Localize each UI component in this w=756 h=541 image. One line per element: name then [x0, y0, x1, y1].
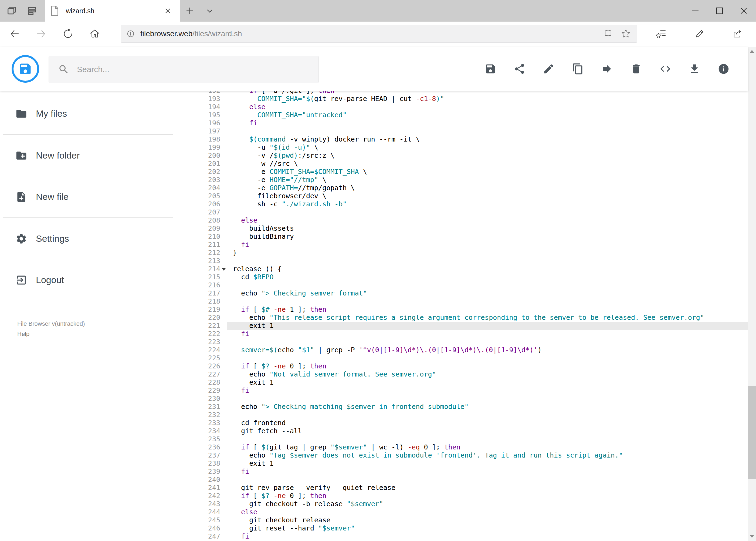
reading-view-button[interactable]	[601, 27, 615, 41]
share-button[interactable]	[730, 26, 745, 41]
code-line[interactable]: 244 else	[179, 508, 748, 516]
delete-button[interactable]	[630, 63, 642, 75]
code-line[interactable]: 205 filebrowser/dev \	[179, 192, 748, 200]
code-line[interactable]: 204 -e GOPATH=//tmp/gopath \	[179, 184, 748, 192]
code-line[interactable]: 241 git rev-parse --verify --quiet relea…	[179, 484, 748, 492]
code-editor[interactable]: 192 if [ -d /.git ]; then193 COMMIT_SHA=…	[179, 91, 748, 541]
code-line[interactable]: 222 fi	[179, 330, 748, 338]
forward-button[interactable]	[34, 26, 49, 41]
code-line[interactable]: 194 else	[179, 103, 748, 111]
code-line[interactable]: 198 $(command -v winpty) docker run --rm…	[179, 135, 748, 144]
edit-button[interactable]	[543, 63, 555, 75]
code-line[interactable]: 206 sh -c "./wizard.sh -b"	[179, 200, 748, 208]
page-scrollbar[interactable]	[748, 47, 756, 541]
scrollbar-thumb[interactable]	[748, 386, 756, 479]
web-note-button[interactable]	[692, 26, 707, 41]
code-line[interactable]: 210 buildBinary	[179, 233, 748, 241]
new-tab-button[interactable]	[183, 3, 196, 18]
code-line[interactable]: 214release () {	[179, 265, 748, 273]
search-input[interactable]	[76, 65, 313, 74]
code-line[interactable]: 192 if [ -d /.git ]; then	[179, 91, 748, 95]
sidebar-item-new-folder[interactable]: New folder	[0, 135, 179, 176]
code-line[interactable]: 243 git checkout -b release "$semver"	[179, 500, 748, 508]
code-line[interactable]: 219 if [ $# -ne 1 ]; then	[179, 305, 748, 313]
code-line[interactable]: 245 git checkout release	[179, 516, 748, 524]
code-line[interactable]: 207	[179, 208, 748, 216]
code-line[interactable]: 199 -u "$(id -u)" \	[179, 144, 748, 152]
code-line[interactable]: 193 COMMIT_SHA="$(git rev-parse HEAD | c…	[179, 95, 748, 103]
help-link[interactable]: Help	[17, 330, 85, 337]
code-line[interactable]: 203 -e HOME="//tmp" \	[179, 176, 748, 184]
search-bar[interactable]	[49, 56, 319, 83]
address-bar[interactable]: filebrowser.web/files/wizard.sh	[121, 25, 637, 43]
code-line[interactable]: 208 else	[179, 216, 748, 225]
code-line[interactable]: 234 git fetch --all	[179, 427, 748, 435]
code-line[interactable]: 246 git reset --hard "$semver"	[179, 524, 748, 532]
code-line[interactable]: 197	[179, 127, 748, 135]
sidebar-item-my-files[interactable]: My files	[0, 93, 179, 134]
code-line[interactable]: 202 -e COMMIT_SHA=$COMMIT_SHA \	[179, 168, 748, 176]
download-button[interactable]	[688, 63, 700, 75]
site-info-icon[interactable]	[126, 29, 135, 39]
code-line[interactable]: 238 exit 1	[179, 459, 748, 467]
share-file-button[interactable]	[514, 63, 526, 75]
save-button[interactable]	[484, 63, 496, 75]
tabs-set-aside-button[interactable]	[25, 3, 39, 18]
code-line[interactable]: 212}	[179, 249, 748, 257]
maximize-button[interactable]	[707, 0, 732, 22]
back-button[interactable]	[7, 26, 22, 41]
code-line[interactable]: 211 fi	[179, 241, 748, 249]
tab-preview-chevron[interactable]	[203, 3, 216, 18]
scrollbar-down-arrow[interactable]	[748, 532, 756, 541]
code-line[interactable]: 226 if [ $? -ne 0 ]; then	[179, 362, 748, 370]
code-line[interactable]: 218	[179, 297, 748, 305]
code-line[interactable]: 229 fi	[179, 386, 748, 395]
code-line[interactable]: 195 COMMIT_SHA="untracked"	[179, 111, 748, 119]
filebrowser-logo[interactable]	[12, 55, 39, 83]
sidebar-item-settings[interactable]: Settings	[0, 218, 179, 259]
sidebar-item-new-file[interactable]: New file	[0, 176, 179, 218]
code-line[interactable]: 235	[179, 435, 748, 443]
hub-favorites-button[interactable]	[654, 26, 669, 41]
code-line[interactable]: 221 exit 1	[179, 322, 748, 330]
code-line[interactable]: 231 echo "> Checking matching $semver in…	[179, 403, 748, 411]
minimize-button[interactable]	[683, 0, 707, 22]
code-line[interactable]: 240	[179, 476, 748, 484]
code-line[interactable]: 216	[179, 281, 748, 289]
browser-tab[interactable]: wizard.sh	[45, 0, 180, 22]
move-button[interactable]	[601, 63, 613, 75]
fold-arrow-icon[interactable]	[220, 265, 227, 273]
code-line[interactable]: 201 -w //src \	[179, 160, 748, 168]
info-button[interactable]	[718, 63, 730, 75]
sidebar-item-logout[interactable]: Logout	[0, 259, 179, 300]
code-line[interactable]: 247 fi	[179, 532, 748, 540]
set-tabs-aside-button[interactable]	[5, 3, 18, 18]
code-line[interactable]: 224 semver=$(echo "$1" | grep -P '^v(0|[…	[179, 346, 748, 354]
url-text[interactable]: filebrowser.web/files/wizard.sh	[140, 29, 601, 38]
code-line[interactable]: 237 echo "Tag $semver does not exist in …	[179, 451, 748, 459]
code-line[interactable]: 239 fi	[179, 467, 748, 476]
copy-button[interactable]	[572, 63, 584, 75]
code-view-button[interactable]	[659, 63, 671, 75]
close-button[interactable]	[732, 0, 756, 22]
code-line[interactable]: 215 cd $REPO	[179, 273, 748, 281]
code-line[interactable]: 230	[179, 395, 748, 403]
code-line[interactable]: 228 exit 1	[179, 378, 748, 386]
code-line[interactable]: 223	[179, 338, 748, 346]
code-line[interactable]: 196 fi	[179, 119, 748, 127]
home-button[interactable]	[87, 26, 102, 41]
refresh-button[interactable]	[61, 26, 76, 41]
code-line[interactable]: 220 echo "This release script requires a…	[179, 313, 748, 322]
code-line[interactable]: 242 if [ $? -ne 0 ]; then	[179, 492, 748, 500]
code-line[interactable]: 213	[179, 257, 748, 265]
code-line[interactable]: 225	[179, 354, 748, 362]
code-line[interactable]: 227 echo "Not valid semver format. See s…	[179, 370, 748, 378]
code-line[interactable]: 200 -v /$(pwd):/src:z \	[179, 152, 748, 160]
code-line[interactable]: 209 buildAssets	[179, 225, 748, 233]
add-favorite-button[interactable]	[619, 27, 632, 41]
tab-close-button[interactable]	[160, 3, 175, 18]
code-line[interactable]: 233 cd frontend	[179, 419, 748, 427]
code-line[interactable]: 232	[179, 411, 748, 419]
code-line[interactable]: 217 echo "> Checking semver format"	[179, 289, 748, 297]
scrollbar-up-arrow[interactable]	[748, 47, 756, 56]
